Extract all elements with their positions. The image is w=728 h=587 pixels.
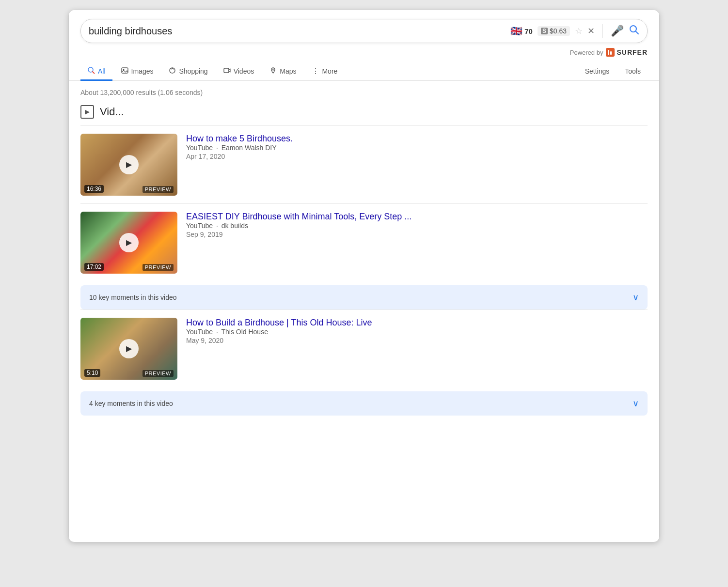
svg-rect-3 xyxy=(610,51,612,55)
tab-videos-label: Videos xyxy=(234,67,254,75)
section-header-icon: ▶ xyxy=(80,105,94,119)
svg-rect-9 xyxy=(224,68,229,73)
svg-rect-2 xyxy=(608,50,609,55)
video-title-1[interactable]: How to make 5 Birdhouses. xyxy=(186,134,293,143)
cost-s-icon: S xyxy=(541,28,548,34)
svg-line-1 xyxy=(636,31,639,34)
surfer-brand: SURFER xyxy=(617,48,648,56)
powered-by-label: Powered by xyxy=(570,49,603,56)
section-header-title: Vid... xyxy=(100,106,124,118)
video-source-1: YouTube xyxy=(186,144,213,152)
video-meta-3: YouTube · This Old House xyxy=(186,328,648,336)
play-button-2[interactable]: ▶ xyxy=(119,233,139,252)
surfer-icon xyxy=(606,48,615,57)
video-info-3: How to Build a Birdhouse | This Old Hous… xyxy=(186,318,648,380)
cost-badge: S $0.63 xyxy=(538,26,570,36)
video-preview-label-1: PREVIEW xyxy=(142,186,174,193)
browser-frame: building birdhouses 🇬🇧 70 S $0.63 ☆ ✕ 🎤 xyxy=(68,10,660,542)
chevron-down-icon-2: ∨ xyxy=(633,398,639,409)
results-count: About 13,200,000 results (1.06 seconds) xyxy=(80,89,648,96)
powered-by-bar: Powered by SURFER xyxy=(69,48,659,59)
key-moments-bar-1[interactable]: 10 key moments in this video ∨ xyxy=(80,285,648,309)
nav-settings[interactable]: Settings xyxy=(578,63,617,79)
section-header: ▶ Vid... xyxy=(80,105,648,119)
tab-maps-icon xyxy=(269,67,277,76)
tab-more-icon: ⋮ xyxy=(312,66,319,76)
cost-label: $0.63 xyxy=(550,27,567,35)
play-button-1[interactable]: ▶ xyxy=(119,155,139,174)
tab-all-icon xyxy=(87,66,95,76)
search-bar: building birdhouses 🇬🇧 70 S $0.63 ☆ ✕ 🎤 xyxy=(80,19,648,43)
video-source-2: YouTube xyxy=(186,222,213,230)
video-preview-label-2: PREVIEW xyxy=(142,264,174,271)
play-button-3[interactable]: ▶ xyxy=(119,339,139,358)
tab-videos[interactable]: Videos xyxy=(217,63,261,81)
video-duration-3: 5:10 xyxy=(84,369,100,377)
tab-images-icon xyxy=(121,67,128,76)
video-meta-2: YouTube · dk builds xyxy=(186,222,648,230)
tab-videos-icon xyxy=(223,67,231,76)
divider xyxy=(602,24,603,38)
video-channel-2: dk builds xyxy=(222,222,248,230)
video-source-3: YouTube xyxy=(186,328,213,336)
video-title-2[interactable]: EASIEST DIY Birdhouse with Minimal Tools… xyxy=(186,212,411,221)
video-thumbnail-3[interactable]: ▶ 5:10 PREVIEW xyxy=(80,318,177,380)
video-thumbnail-2[interactable]: ▶ 17:02 PREVIEW xyxy=(80,212,177,274)
tab-maps-label: Maps xyxy=(280,67,296,75)
video-duration-2: 17:02 xyxy=(84,263,104,271)
video-info-1: How to make 5 Birdhouses. YouTube · Eamo… xyxy=(186,134,648,196)
svg-point-10 xyxy=(272,69,274,70)
powered-by-text: Powered by SURFER xyxy=(570,48,648,57)
dot-3: · xyxy=(216,328,218,336)
video-channel-1: Eamon Walsh DIY xyxy=(222,144,277,152)
tab-shopping-icon xyxy=(169,67,176,76)
chevron-down-icon-1: ∨ xyxy=(633,292,639,303)
video-result-1: ▶ 16:36 PREVIEW How to make 5 Birdhouses… xyxy=(80,125,648,203)
close-icon[interactable]: ✕ xyxy=(587,26,595,36)
flag-icon: 🇬🇧 xyxy=(510,25,522,37)
video-date-3: May 9, 2020 xyxy=(186,337,648,344)
star-icon[interactable]: ☆ xyxy=(575,26,583,36)
mic-icon[interactable]: 🎤 xyxy=(611,25,624,37)
tab-images-label: Images xyxy=(131,67,154,75)
results-area: About 13,200,000 results (1.06 seconds) … xyxy=(69,81,659,423)
tab-shopping-label: Shopping xyxy=(179,67,207,75)
video-date-2: Sep 9, 2019 xyxy=(186,231,648,238)
video-preview-label-3: PREVIEW xyxy=(142,370,174,377)
tab-shopping[interactable]: Shopping xyxy=(162,63,214,81)
search-query[interactable]: building birdhouses xyxy=(89,26,510,37)
search-button-icon[interactable] xyxy=(629,24,639,38)
key-moments-bar-2[interactable]: 4 key moments in this video ∨ xyxy=(80,391,648,416)
tab-maps[interactable]: Maps xyxy=(263,63,303,81)
video-duration-1: 16:36 xyxy=(84,185,104,193)
video-result-2: ▶ 17:02 PREVIEW EASIEST DIY Birdhouse wi… xyxy=(80,203,648,281)
tab-all[interactable]: All xyxy=(80,62,112,81)
video-channel-3: This Old House xyxy=(221,328,268,336)
key-moments-text-2: 4 key moments in this video xyxy=(89,400,173,407)
video-date-1: Apr 17, 2020 xyxy=(186,153,648,160)
flag-badge: 🇬🇧 70 xyxy=(510,25,533,37)
tab-images[interactable]: Images xyxy=(114,63,160,81)
tab-more-label: More xyxy=(322,67,337,75)
surfer-logo: SURFER xyxy=(606,48,648,57)
video-info-2: EASIEST DIY Birdhouse with Minimal Tools… xyxy=(186,212,648,274)
dot-2: · xyxy=(216,222,218,230)
dot-1: · xyxy=(216,144,218,152)
video-result-3: ▶ 5:10 PREVIEW How to Build a Birdhouse … xyxy=(80,309,648,387)
nav-tabs: All Images Shopping xyxy=(69,59,659,81)
search-bar-right: 🇬🇧 70 S $0.63 ☆ ✕ 🎤 xyxy=(510,24,639,38)
nav-tools[interactable]: Tools xyxy=(618,63,648,79)
video-thumbnail-1[interactable]: ▶ 16:36 PREVIEW xyxy=(80,134,177,196)
video-title-3[interactable]: How to Build a Birdhouse | This Old Hous… xyxy=(186,318,372,327)
video-meta-1: YouTube · Eamon Walsh DIY xyxy=(186,144,648,152)
tab-more[interactable]: ⋮ More xyxy=(305,62,344,81)
svg-line-5 xyxy=(93,72,95,74)
badge-number: 70 xyxy=(524,27,533,35)
key-moments-text-1: 10 key moments in this video xyxy=(89,294,177,301)
search-bar-area: building birdhouses 🇬🇧 70 S $0.63 ☆ ✕ 🎤 xyxy=(69,10,659,48)
tab-all-label: All xyxy=(98,67,106,75)
